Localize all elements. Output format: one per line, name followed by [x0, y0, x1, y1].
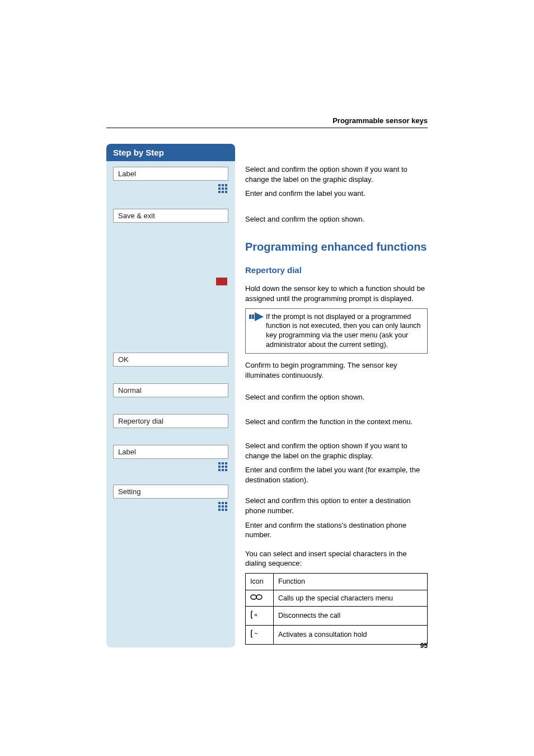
svg-rect-28 — [252, 314, 254, 319]
svg-rect-4 — [222, 187, 224, 190]
main-content: Select and confirm the option shown if y… — [245, 144, 428, 645]
svg-rect-15 — [218, 469, 221, 471]
step-sidebar: Step by Step Label Save & exit OK Normal… — [106, 144, 235, 647]
svg-rect-1 — [222, 184, 224, 186]
svg-rect-19 — [222, 502, 224, 504]
svg-rect-22 — [222, 505, 224, 508]
option-ok: OK — [113, 353, 228, 367]
svg-text:«: « — [254, 611, 257, 618]
instruction-text: Confirm to begin programming. The sensor… — [245, 360, 428, 380]
svg-rect-2 — [225, 184, 227, 186]
svg-rect-25 — [222, 509, 224, 511]
sensor-key-icon — [216, 278, 227, 285]
table-cell-function: Disconnects the call — [274, 607, 428, 626]
keypad-icon — [218, 184, 227, 193]
instruction-text: Select and confirm this option to enter … — [245, 496, 428, 515]
svg-marker-29 — [255, 312, 264, 321]
keypad-icon — [218, 462, 227, 471]
special-chars-table: Icon Function Calls up the special chara… — [245, 573, 428, 645]
svg-text:~: ~ — [254, 630, 257, 637]
svg-rect-3 — [218, 187, 221, 190]
instruction-text: Hold down the sensor key to which a func… — [245, 284, 428, 303]
svg-rect-13 — [222, 466, 224, 468]
instruction-text: Select and confirm the option shown. — [245, 214, 428, 224]
disconnect-icon: « — [246, 607, 274, 626]
option-label-1: Label — [113, 167, 228, 181]
subsection-heading: Repertory dial — [245, 265, 428, 276]
instruction-text: Enter and confirm the stations's destina… — [245, 520, 428, 540]
table-header-icon: Icon — [246, 573, 274, 590]
svg-rect-7 — [222, 191, 224, 193]
option-save-exit: Save & exit — [113, 209, 228, 223]
consultation-icon: ~ — [246, 626, 274, 645]
svg-point-30 — [251, 595, 256, 599]
instruction-text: Enter and confirm the label you want (fo… — [245, 465, 428, 485]
instruction-text: Select and confirm the option shown if y… — [245, 441, 428, 461]
svg-rect-6 — [218, 191, 221, 193]
svg-rect-0 — [218, 184, 221, 186]
note-arrow-icon — [249, 312, 264, 321]
page-number: 95 — [420, 642, 428, 650]
svg-rect-23 — [225, 505, 227, 508]
svg-rect-8 — [225, 191, 227, 193]
svg-rect-16 — [222, 469, 224, 471]
instruction-text: Enter and confirm the label you want. — [245, 189, 428, 199]
table-row: « Disconnects the call — [246, 607, 428, 626]
instruction-text: Select and confirm the option shown if y… — [245, 165, 428, 184]
note-text: If the prompt is not displayed or a prog… — [266, 313, 421, 349]
svg-rect-10 — [222, 462, 224, 464]
table-header-function: Function — [274, 573, 428, 590]
table-cell-function: Activates a consultation hold — [274, 626, 428, 645]
svg-rect-24 — [218, 509, 221, 511]
svg-rect-11 — [225, 462, 227, 464]
svg-rect-5 — [225, 187, 227, 190]
page-header: Programmable sensor keys — [332, 116, 428, 125]
table-row: ~ Activates a consultation hold — [246, 626, 428, 645]
link-icon — [246, 590, 274, 607]
option-normal: Normal — [113, 383, 228, 397]
instruction-text: Select and confirm the function in the c… — [245, 417, 428, 427]
svg-rect-20 — [225, 502, 227, 504]
option-label-2: Label — [113, 445, 228, 459]
table-cell-function: Calls up the special characters menu — [274, 590, 428, 607]
option-repertory-dial: Repertory dial — [113, 414, 228, 428]
keypad-icon — [218, 502, 227, 511]
sidebar-title: Step by Step — [106, 144, 235, 161]
svg-point-31 — [256, 595, 262, 599]
svg-rect-21 — [218, 505, 221, 508]
svg-rect-26 — [225, 509, 227, 511]
svg-rect-12 — [218, 466, 221, 468]
section-heading: Programming enhanced functions — [245, 240, 428, 255]
note-box: If the prompt is not displayed or a prog… — [245, 308, 428, 354]
svg-rect-27 — [249, 314, 251, 319]
svg-rect-17 — [225, 469, 227, 471]
instruction-text: Select and confirm the option shown. — [245, 392, 428, 402]
table-header-row: Icon Function — [246, 573, 428, 590]
header-rule — [106, 128, 428, 128]
option-setting: Setting — [113, 485, 228, 499]
table-row: Calls up the special characters menu — [246, 590, 428, 607]
svg-rect-14 — [225, 466, 227, 468]
instruction-text: You can select and insert special charac… — [245, 549, 428, 569]
svg-rect-9 — [218, 462, 221, 464]
svg-rect-18 — [218, 502, 221, 504]
